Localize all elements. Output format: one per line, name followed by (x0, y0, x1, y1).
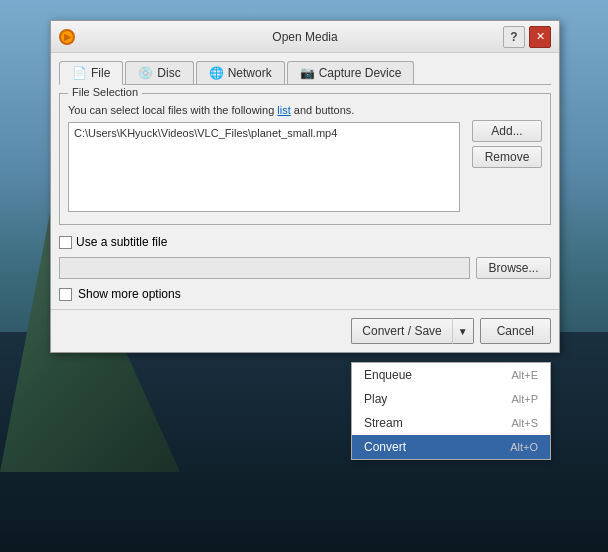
capture-tab-icon: 📷 (300, 66, 315, 80)
open-media-dialog: ▶ Open Media ? ✕ 📄 File 💿 Disc 🌐 Network (50, 20, 560, 353)
group-title: File Selection (68, 86, 142, 98)
dropdown-item-convert[interactable]: Convert Alt+O (352, 435, 550, 459)
title-bar: ▶ Open Media ? ✕ (51, 21, 559, 53)
close-button[interactable]: ✕ (529, 26, 551, 48)
vlc-icon: ▶ (59, 29, 75, 45)
file-list-item: C:\Users\KHyuck\Videos\VLC_Files\planet_… (72, 126, 456, 140)
dialog-title: Open Media (272, 30, 337, 44)
file-selection-group: File Selection You can select local file… (59, 93, 551, 225)
list-link[interactable]: list (277, 104, 290, 116)
dropdown-item-stream[interactable]: Stream Alt+S (352, 411, 550, 435)
browse-button[interactable]: Browse... (476, 257, 551, 279)
bottom-bar: Convert / Save ▼ Cancel Enqueue Alt+E Pl… (51, 309, 559, 352)
subtitle-row: Use a subtitle file (59, 235, 551, 249)
network-tab-icon: 🌐 (209, 66, 224, 80)
cancel-button[interactable]: Cancel (480, 318, 551, 344)
subtitle-checkbox[interactable] (59, 236, 72, 249)
tab-capture[interactable]: 📷 Capture Device (287, 61, 415, 84)
tab-bar: 📄 File 💿 Disc 🌐 Network 📷 Capture Device (59, 61, 551, 85)
tab-disc-label: Disc (157, 66, 180, 80)
show-more-checkbox[interactable] (59, 288, 72, 301)
subtitle-label-text: Use a subtitle file (76, 235, 167, 249)
title-bar-left: ▶ (59, 29, 75, 45)
title-buttons: ? ✕ (503, 26, 551, 48)
dropdown-item-enqueue[interactable]: Enqueue Alt+E (352, 363, 550, 387)
tab-network-label: Network (228, 66, 272, 80)
tab-file-label: File (91, 66, 110, 80)
remove-button[interactable]: Remove (472, 146, 542, 168)
dropdown-menu: Enqueue Alt+E Play Alt+P Stream Alt+S Co… (351, 362, 551, 460)
dropdown-item-play[interactable]: Play Alt+P (352, 387, 550, 411)
show-more-label: Show more options (78, 287, 181, 301)
subtitle-file-input[interactable] (59, 257, 470, 279)
convert-save-dropdown-arrow[interactable]: ▼ (452, 318, 474, 344)
tab-capture-label: Capture Device (319, 66, 402, 80)
subtitle-file-row: Browse... (59, 257, 551, 279)
add-button[interactable]: Add... (472, 120, 542, 142)
group-description: You can select local files with the foll… (68, 104, 460, 116)
convert-save-split-button: Convert / Save ▼ (351, 318, 473, 344)
tab-disc[interactable]: 💿 Disc (125, 61, 193, 84)
dialog-body: 📄 File 💿 Disc 🌐 Network 📷 Capture Device… (51, 53, 559, 309)
convert-save-button[interactable]: Convert / Save (351, 318, 451, 344)
help-button[interactable]: ? (503, 26, 525, 48)
file-tab-icon: 📄 (72, 66, 87, 80)
more-options-row: Show more options (59, 287, 551, 301)
disc-tab-icon: 💿 (138, 66, 153, 80)
file-list[interactable]: C:\Users\KHyuck\Videos\VLC_Files\planet_… (68, 122, 460, 212)
subtitle-checkbox-label[interactable]: Use a subtitle file (59, 235, 167, 249)
tab-file[interactable]: 📄 File (59, 61, 123, 85)
tab-network[interactable]: 🌐 Network (196, 61, 285, 84)
file-action-buttons: Add... Remove (472, 120, 542, 168)
